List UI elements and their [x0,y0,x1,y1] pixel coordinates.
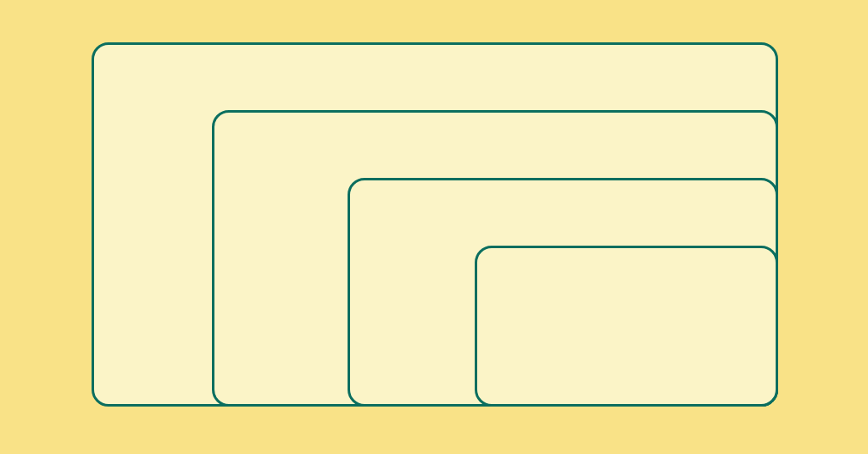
canvas [0,0,868,454]
rect-4 [475,246,778,407]
